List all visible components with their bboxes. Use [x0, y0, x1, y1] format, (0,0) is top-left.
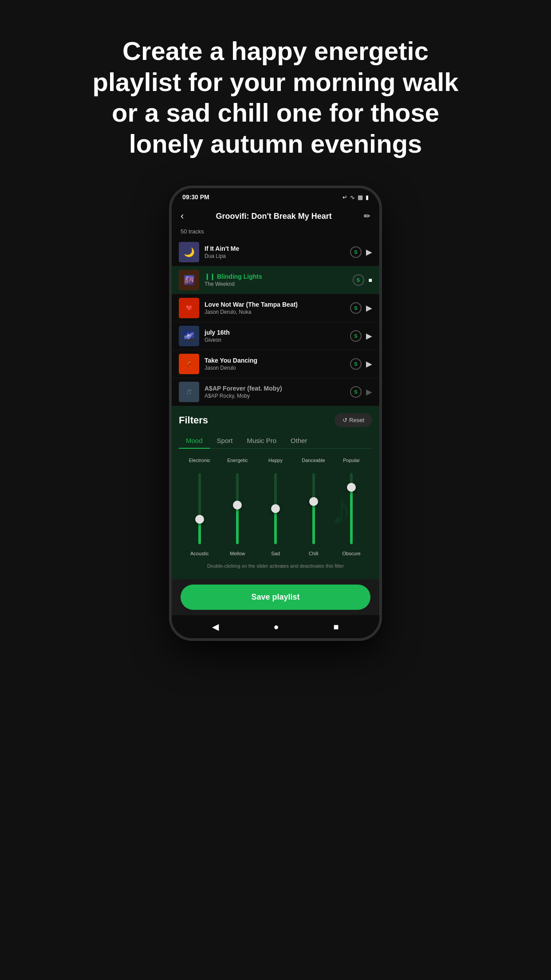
slider-energetic-mellow: Energetic Mellow: [220, 458, 255, 560]
play-button[interactable]: ▶: [366, 387, 372, 397]
spotify-icon: S: [354, 249, 357, 255]
slider-track[interactable]: [350, 473, 353, 544]
slider-happy-sad: Happy Sad: [258, 458, 292, 560]
track-name: july 16th: [205, 329, 345, 336]
edit-icon[interactable]: ✏: [364, 211, 370, 221]
slider-track[interactable]: [198, 473, 201, 544]
play-button[interactable]: ▶: [366, 331, 372, 341]
phone-frame: 09:30 PM ↵ ∿ ▦ ▮ ‹ Groovifi: Don't Break…: [169, 186, 382, 641]
track-actions: S ▶: [350, 386, 372, 398]
playlist-title: Groovifi: Don't Break My Heart: [184, 212, 364, 221]
reset-button[interactable]: ↺ Reset: [335, 413, 372, 427]
slider-wrapper[interactable]: [296, 469, 331, 548]
slider-bottom-label: Acoustic: [190, 551, 209, 560]
spotify-button[interactable]: S: [350, 358, 362, 370]
back-button[interactable]: ‹: [181, 210, 184, 222]
filters-header: Filters ↺ Reset: [179, 413, 372, 427]
track-actions: S ▶: [350, 358, 372, 370]
track-row[interactable]: 🎵 A$AP Forever (feat. Moby) A$AP Rocky, …: [172, 378, 379, 406]
track-art: 💃: [179, 354, 199, 374]
track-name: Love Not War (The Tampa Beat): [205, 301, 345, 308]
track-info: Love Not War (The Tampa Beat) Jason Deru…: [205, 301, 345, 315]
track-info: A$AP Forever (feat. Moby) A$AP Rocky, Mo…: [205, 385, 345, 399]
signal-icon: ▦: [358, 194, 363, 201]
slider-thumb[interactable]: [233, 501, 242, 510]
track-info: july 16th Giveon: [205, 329, 345, 343]
slider-top-label: Energetic: [227, 458, 248, 466]
play-button[interactable]: ▶: [366, 247, 372, 257]
filter-tabs: Mood Sport Music Pro Other: [179, 433, 372, 449]
slider-fill: [274, 509, 277, 544]
status-icons-group: ↵ ∿ ▦ ▮: [342, 194, 369, 201]
slider-top-label: Popular: [343, 458, 360, 466]
track-row[interactable]: 🌌 july 16th Giveon S ▶: [172, 322, 379, 350]
play-button[interactable]: ▶: [366, 303, 372, 313]
filters-section: Filters ↺ Reset Mood Sport Music Pro Oth…: [172, 406, 379, 579]
track-artist: The Weeknd: [205, 281, 347, 287]
track-row[interactable]: ❤️ Love Not War (The Tampa Beat) Jason D…: [172, 294, 379, 322]
slider-thumb[interactable]: [309, 497, 318, 506]
tab-sport[interactable]: Sport: [210, 433, 240, 449]
filters-title: Filters: [179, 415, 208, 426]
stop-button[interactable]: ■: [369, 277, 372, 284]
slider-track[interactable]: [274, 473, 277, 544]
track-artist: Giveon: [205, 337, 345, 343]
track-art: 🌙: [179, 242, 199, 262]
track-name: A$AP Forever (feat. Moby): [205, 385, 345, 392]
track-list: 🌙 If It Ain't Me Dua Lipa S ▶ 🌆 ❙❙ Blind…: [172, 238, 379, 406]
track-name: If It Ain't Me: [205, 245, 345, 252]
back-nav-icon[interactable]: ◀: [212, 621, 219, 632]
slider-top-label: Happy: [268, 458, 283, 466]
spotify-icon: S: [354, 389, 357, 395]
spotify-icon: S: [354, 305, 357, 311]
track-name: ❙❙ Blinding Lights: [205, 273, 347, 280]
slider-fill: [350, 487, 353, 544]
track-artist: Jason Derulo, Nuka: [205, 309, 345, 315]
spotify-icon: S: [354, 333, 357, 339]
track-actions: S ▶: [350, 302, 372, 314]
spotify-button[interactable]: S: [350, 246, 362, 258]
slider-thumb[interactable]: [347, 483, 356, 492]
slider-bottom-label: Sad: [271, 551, 280, 560]
spotify-icon: S: [357, 277, 360, 283]
slider-track[interactable]: [312, 473, 315, 544]
spotify-button[interactable]: S: [353, 274, 364, 286]
slider-wrapper[interactable]: [335, 469, 369, 548]
slider-top-label: Electronic: [189, 458, 210, 466]
play-button[interactable]: ▶: [366, 359, 372, 369]
track-actions: S ■: [353, 274, 372, 286]
top-nav-bar: ‹ Groovifi: Don't Break My Heart ✏: [172, 204, 379, 226]
slider-wrapper[interactable]: [258, 469, 292, 548]
battery-icon: ▮: [366, 194, 369, 201]
filter-hint: Double-clicking on the slider activates …: [179, 560, 372, 575]
track-count: 50 tracks: [172, 226, 379, 238]
home-nav-icon[interactable]: ●: [273, 622, 279, 632]
sliders-area: ♪ Electronic Acoustic Energetic: [179, 458, 372, 560]
spotify-icon: S: [354, 361, 357, 367]
status-time: 09:30 PM: [182, 194, 209, 201]
slider-track[interactable]: [236, 473, 239, 544]
tab-mood[interactable]: Mood: [179, 433, 210, 449]
slider-wrapper[interactable]: [182, 469, 216, 548]
save-playlist-button[interactable]: Save playlist: [181, 585, 370, 610]
track-row[interactable]: 🌆 ❙❙ Blinding Lights The Weeknd S ■: [172, 266, 379, 294]
slider-wrapper[interactable]: [220, 469, 255, 548]
slider-bottom-label: Obscure: [342, 551, 361, 560]
spotify-button[interactable]: S: [350, 330, 362, 342]
slider-bottom-label: Chill: [309, 551, 318, 560]
slider-thumb[interactable]: [195, 515, 204, 524]
spotify-button[interactable]: S: [350, 302, 362, 314]
recents-nav-icon[interactable]: ■: [333, 622, 338, 632]
track-artist: A$AP Rocky, Moby: [205, 393, 345, 399]
tab-music-pro[interactable]: Music Pro: [240, 433, 283, 449]
track-row[interactable]: 🌙 If It Ain't Me Dua Lipa S ▶: [172, 238, 379, 266]
tab-other[interactable]: Other: [283, 433, 315, 449]
track-art: 🌆: [179, 270, 199, 290]
track-art: ❤️: [179, 298, 199, 318]
bluetooth-icon: ↵: [342, 194, 347, 201]
slider-thumb[interactable]: [271, 504, 280, 513]
spotify-button[interactable]: S: [350, 386, 362, 398]
slider-top-label: Danceable: [302, 458, 325, 466]
track-row[interactable]: 💃 Take You Dancing Jason Derulo S ▶: [172, 350, 379, 378]
track-artist: Dua Lipa: [205, 253, 345, 259]
